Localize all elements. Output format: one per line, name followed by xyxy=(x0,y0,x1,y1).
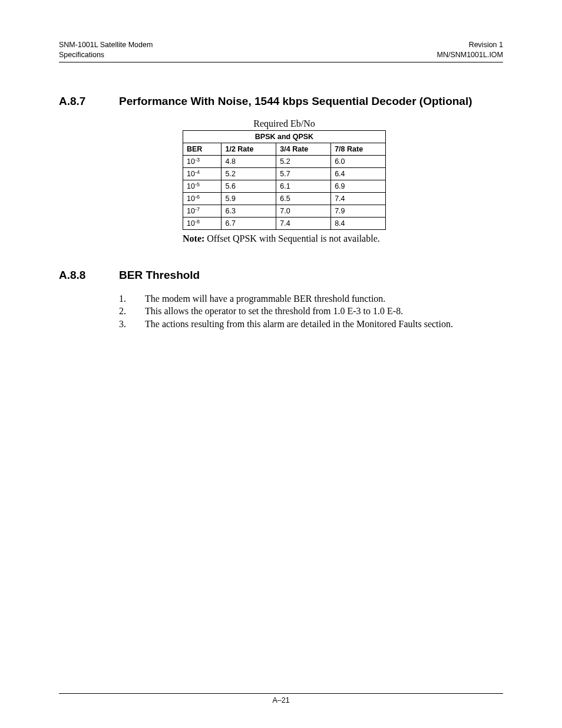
table-a87-note: Note: Offset QPSK with Sequential is not… xyxy=(183,233,418,244)
list-item-number: 1. xyxy=(119,292,145,305)
table-a87-spanheader: BPSK and QPSK xyxy=(183,130,386,143)
table-cell-ber: 10-7 xyxy=(183,205,222,217)
table-row: 10-55.66.16.9 xyxy=(183,180,386,192)
table-cell-ber: 10-8 xyxy=(183,217,222,229)
table-cell: 7.9 xyxy=(331,205,386,217)
table-cell: 7.0 xyxy=(276,205,331,217)
table-cell: 7.4 xyxy=(276,217,331,229)
table-cell: 6.7 xyxy=(222,217,276,229)
table-a87-col-ber: BER xyxy=(183,143,222,155)
table-a87-wrap: Required Eb/No BPSK and QPSK BER 1/2 Rat… xyxy=(183,118,503,244)
table-cell: 5.6 xyxy=(222,180,276,192)
table-cell: 6.4 xyxy=(331,167,386,180)
table-cell: 6.3 xyxy=(222,205,276,217)
list-item: 3.The actions resulting from this alarm … xyxy=(119,318,503,331)
table-cell-ber: 10-6 xyxy=(183,192,222,205)
table-cell: 6.9 xyxy=(331,180,386,192)
table-row: 10-34.85.26.0 xyxy=(183,155,386,167)
table-cell: 5.2 xyxy=(276,155,331,167)
table-a87-note-text: Offset QPSK with Sequential is not avail… xyxy=(204,233,379,243)
table-cell: 6.0 xyxy=(331,155,386,167)
list-item: 1.The modem will have a programmable BER… xyxy=(119,292,503,305)
header-revision: Revision 1 xyxy=(437,40,503,50)
table-cell: 7.4 xyxy=(331,192,386,205)
page-footer: A–21 xyxy=(59,693,503,704)
section-a88-title: BER Threshold xyxy=(119,269,503,282)
table-a87-col-seveneighth: 7/8 Rate xyxy=(331,143,386,155)
list-item-text: This allows the operator to set the thre… xyxy=(145,305,403,318)
section-a88-list: 1.The modem will have a programmable BER… xyxy=(119,292,503,331)
table-cell: 5.9 xyxy=(222,192,276,205)
table-row: 10-86.77.48.4 xyxy=(183,217,386,229)
section-a87-number: A.8.7 xyxy=(59,95,119,108)
list-item-text: The actions resulting from this alarm ar… xyxy=(145,318,453,331)
section-a87-title: Performance With Noise, 1544 kbps Sequen… xyxy=(119,95,503,108)
table-row: 10-65.96.57.4 xyxy=(183,192,386,205)
page-header: SNM-1001L Satellite Modem Specifications… xyxy=(59,40,503,62)
table-a87: BPSK and QPSK BER 1/2 Rate 3/4 Rate 7/8 … xyxy=(183,130,386,230)
list-item-number: 2. xyxy=(119,305,145,318)
header-right: Revision 1 MN/SNM1001L.IOM xyxy=(437,40,503,60)
table-cell-ber: 10-5 xyxy=(183,180,222,192)
section-a88-heading: A.8.8 BER Threshold xyxy=(59,269,503,282)
header-left: SNM-1001L Satellite Modem Specifications xyxy=(59,40,153,60)
table-cell: 5.2 xyxy=(222,167,276,180)
list-item-number: 3. xyxy=(119,318,145,331)
table-cell: 6.5 xyxy=(276,192,331,205)
section-a88-number: A.8.8 xyxy=(59,269,119,282)
header-product: SNM-1001L Satellite Modem xyxy=(59,40,153,50)
table-cell: 8.4 xyxy=(331,217,386,229)
table-cell: 6.1 xyxy=(276,180,331,192)
list-item: 2.This allows the operator to set the th… xyxy=(119,305,503,318)
table-cell-ber: 10-3 xyxy=(183,155,222,167)
table-row: 10-76.37.07.9 xyxy=(183,205,386,217)
section-a87-heading: A.8.7 Performance With Noise, 1544 kbps … xyxy=(59,95,503,108)
table-a87-col-threequarter: 3/4 Rate xyxy=(276,143,331,155)
table-cell: 4.8 xyxy=(222,155,276,167)
table-cell: 5.7 xyxy=(276,167,331,180)
table-a87-note-label: Note: xyxy=(183,233,204,243)
list-item-text: The modem will have a programmable BER t… xyxy=(145,292,385,305)
table-row: 10-45.25.76.4 xyxy=(183,167,386,180)
header-docid: MN/SNM1001L.IOM xyxy=(437,50,503,60)
table-a87-caption: Required Eb/No xyxy=(183,118,386,129)
page-number: A–21 xyxy=(272,696,289,704)
table-a87-col-half: 1/2 Rate xyxy=(222,143,276,155)
table-cell-ber: 10-4 xyxy=(183,167,222,180)
header-section: Specifications xyxy=(59,50,153,60)
